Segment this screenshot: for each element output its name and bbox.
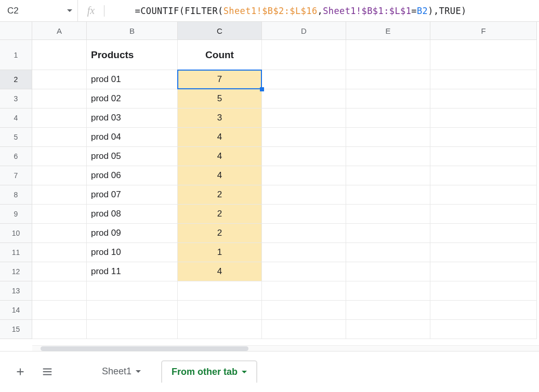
cell-B11[interactable]: prod 10 [87, 243, 178, 262]
cell-B8[interactable]: prod 07 [87, 185, 178, 205]
cell-D12[interactable] [262, 262, 346, 281]
cell-F4[interactable] [430, 109, 537, 128]
cell-D2[interactable] [262, 70, 346, 89]
cell-F8[interactable] [430, 185, 537, 205]
row-header-12[interactable]: 12 [0, 262, 32, 281]
cell-E6[interactable] [346, 147, 430, 166]
cell-D6[interactable] [262, 147, 346, 166]
cell-C1[interactable]: Count [178, 40, 262, 70]
cell-E2[interactable] [346, 70, 430, 89]
cell-D8[interactable] [262, 185, 346, 205]
cell-E3[interactable] [346, 89, 430, 109]
cell-D11[interactable] [262, 243, 346, 262]
cell-E7[interactable] [346, 166, 430, 185]
cell-E12[interactable] [346, 262, 430, 281]
cell-F3[interactable] [430, 89, 537, 109]
cell-A11[interactable] [32, 243, 87, 262]
cell-E11[interactable] [346, 243, 430, 262]
cell-E15[interactable] [346, 320, 430, 339]
cell-B5[interactable]: prod 04 [87, 128, 178, 147]
grid[interactable]: ProductsCountprod 017prod 025prod 033pro… [32, 40, 539, 345]
cell-C13[interactable] [178, 281, 262, 301]
cell-B4[interactable]: prod 03 [87, 109, 178, 128]
cell-E1[interactable] [346, 40, 430, 70]
cell-D7[interactable] [262, 166, 346, 185]
cell-F1[interactable] [430, 40, 537, 70]
cell-C6[interactable]: 4 [178, 147, 262, 166]
cell-B7[interactable]: prod 06 [87, 166, 178, 185]
column-header-F[interactable]: F [430, 22, 537, 40]
sheet-tab-dropdown-icon[interactable] [242, 371, 247, 373]
column-header-C[interactable]: C [178, 22, 262, 40]
cell-F2[interactable] [430, 70, 537, 89]
cell-E10[interactable] [346, 224, 430, 243]
cell-B3[interactable]: prod 02 [87, 89, 178, 109]
cell-B14[interactable] [87, 301, 178, 320]
cell-F7[interactable] [430, 166, 537, 185]
cell-E5[interactable] [346, 128, 430, 147]
cell-A13[interactable] [32, 281, 87, 301]
column-header-D[interactable]: D [262, 22, 346, 40]
row-header-4[interactable]: 4 [0, 109, 32, 128]
row-header-1[interactable]: 1 [0, 40, 32, 70]
cell-A12[interactable] [32, 262, 87, 281]
cell-D14[interactable] [262, 301, 346, 320]
cell-D9[interactable] [262, 205, 346, 224]
row-header-5[interactable]: 5 [0, 128, 32, 147]
cell-B13[interactable] [87, 281, 178, 301]
name-box-dropdown-icon[interactable] [67, 9, 72, 12]
cell-F10[interactable] [430, 224, 537, 243]
row-header-13[interactable]: 13 [0, 281, 32, 301]
cell-F12[interactable] [430, 262, 537, 281]
cell-C2[interactable]: 7 [178, 70, 262, 89]
cell-A10[interactable] [32, 224, 87, 243]
cell-C7[interactable]: 4 [178, 166, 262, 185]
cell-C5[interactable]: 4 [178, 128, 262, 147]
row-header-15[interactable]: 15 [0, 320, 32, 339]
cell-E9[interactable] [346, 205, 430, 224]
column-header-E[interactable]: E [346, 22, 430, 40]
cell-A1[interactable] [32, 40, 87, 70]
cell-D13[interactable] [262, 281, 346, 301]
name-box[interactable]: C2 [0, 0, 78, 21]
cell-B2[interactable]: prod 01 [87, 70, 178, 89]
cell-A2[interactable] [32, 70, 87, 89]
sheet-tab-from-other-tab[interactable]: From other tab [162, 361, 257, 383]
cell-B10[interactable]: prod 09 [87, 224, 178, 243]
cell-F9[interactable] [430, 205, 537, 224]
row-header-14[interactable]: 14 [0, 301, 32, 320]
cell-D15[interactable] [262, 320, 346, 339]
cell-F11[interactable] [430, 243, 537, 262]
cell-E4[interactable] [346, 109, 430, 128]
cell-A9[interactable] [32, 205, 87, 224]
row-header-9[interactable]: 9 [0, 205, 32, 224]
cell-D10[interactable] [262, 224, 346, 243]
cell-A5[interactable] [32, 128, 87, 147]
cell-B15[interactable] [87, 320, 178, 339]
sheet-tab-dropdown-icon[interactable] [136, 370, 141, 373]
sheet-tab-sheet1[interactable]: Sheet1 [93, 361, 150, 382]
cell-F15[interactable] [430, 320, 537, 339]
cell-C8[interactable]: 2 [178, 185, 262, 205]
cell-B9[interactable]: prod 08 [87, 205, 178, 224]
cell-C14[interactable] [178, 301, 262, 320]
cell-A6[interactable] [32, 147, 87, 166]
cell-A14[interactable] [32, 301, 87, 320]
row-header-3[interactable]: 3 [0, 89, 32, 109]
row-header-10[interactable]: 10 [0, 224, 32, 243]
cell-C15[interactable] [178, 320, 262, 339]
cell-D4[interactable] [262, 109, 346, 128]
cell-A7[interactable] [32, 166, 87, 185]
cell-C4[interactable]: 3 [178, 109, 262, 128]
cell-C11[interactable]: 1 [178, 243, 262, 262]
cell-F13[interactable] [430, 281, 537, 301]
cell-E8[interactable] [346, 185, 430, 205]
cell-D3[interactable] [262, 89, 346, 109]
row-header-7[interactable]: 7 [0, 166, 32, 185]
cell-B12[interactable]: prod 11 [87, 262, 178, 281]
horizontal-scrollbar-thumb[interactable] [41, 346, 248, 351]
cell-E13[interactable] [346, 281, 430, 301]
cell-B6[interactable]: prod 05 [87, 147, 178, 166]
column-header-A[interactable]: A [32, 22, 87, 40]
cell-C9[interactable]: 2 [178, 205, 262, 224]
